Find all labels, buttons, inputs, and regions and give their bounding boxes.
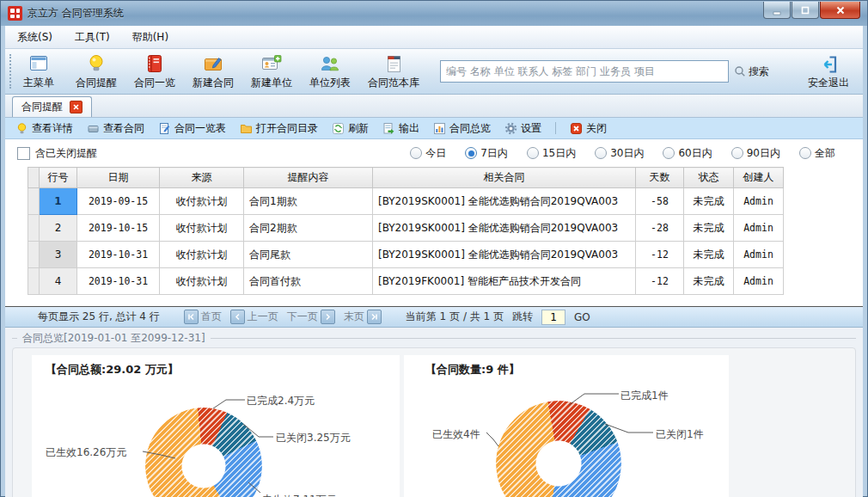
cell-contract[interactable]: [BY2019FK0001] 智能柜产品技术开发合同 [373,268,636,295]
close-button[interactable] [820,2,860,19]
menu-help[interactable]: 帮助(H) [132,30,168,45]
cell-contract[interactable]: [BY2019SK0001] 全能优选购销合同2019QVA003 [373,188,636,215]
radio-30days[interactable]: 30日内 [595,146,644,161]
col-content[interactable]: 提醒内容 [244,168,373,188]
radio-60days[interactable]: 60日内 [663,146,712,161]
cell-date[interactable]: 2019-10-15 [77,215,160,242]
first-page-icon [184,310,199,324]
open-contract-folder-button[interactable]: 打开合同目录 [240,121,318,136]
cell-source[interactable]: 收付款计划 [160,215,244,242]
window-title: 京立方 合同管理系统 [28,6,124,21]
cell-status[interactable]: 未完成 [684,268,734,295]
contract-overview-button[interactable]: 合同总览 [433,121,491,136]
main-menu-button[interactable]: 主菜单 [19,52,58,90]
include-closed-label: 含已关闭提醒 [35,146,97,161]
overview-panel: 【合同总额:29.02 万元】 已完成2.4万元 已关闭3.25万元 已生效16… [12,347,856,497]
radio-15days[interactable]: 15日内 [527,146,576,161]
radio-7days[interactable]: 7日内 [465,146,508,161]
col-days[interactable]: 天数 [636,168,684,188]
include-closed-checkbox[interactable] [17,147,30,160]
view-contract-button[interactable]: 查看合同 [87,121,144,136]
cell-rowno[interactable]: 2 [40,215,77,242]
next-page-button[interactable]: 下一页 [287,310,335,324]
table-row[interactable]: 4 2019-10-31 收付款计划 合同首付款 [BY2019FK0001] … [28,268,784,295]
prev-page-button[interactable]: 上一页 [230,310,278,324]
cell-contract[interactable]: [BY2019SK0001] 全能优选购销合同2019QVA003 [373,215,636,242]
search-input[interactable] [440,60,729,83]
label-closed-count: 已关闭1件 [656,427,704,442]
radio-today[interactable]: 今日 [410,146,446,161]
cell-content[interactable]: 合同2期款 [244,215,373,242]
tab-close-button[interactable] [70,101,83,114]
cell-source[interactable]: 收付款计划 [160,188,244,215]
contract-list-button[interactable]: 合同一览 [134,52,175,90]
go-button[interactable]: GO [574,311,590,323]
cell-contract[interactable]: [BY2019SK0001] 全能优选购销合同2019QVA003 [373,242,636,268]
cell-days[interactable]: -58 [636,188,684,215]
cell-content[interactable]: 合同尾款 [244,242,373,268]
search-box: 搜索 [440,60,769,83]
col-rowno[interactable]: 行号 [40,168,77,188]
col-contract[interactable]: 相关合同 [373,168,636,188]
radio-all[interactable]: 全部 [799,146,835,161]
col-status[interactable]: 状态 [684,168,734,188]
cell-date[interactable]: 2019-10-31 [77,242,160,268]
cell-content[interactable]: 合同1期款 [244,188,373,215]
document-stack-icon [382,52,405,75]
last-page-button[interactable]: 末页 [344,310,382,324]
settings-button[interactable]: 设置 [504,121,541,136]
col-source[interactable]: 来源 [160,168,244,188]
overview-section: 合同总览[2019-01-01 至2099-12-31] 【合同总额:29.02… [5,328,863,497]
tab-contract-reminder[interactable]: 合同提醒 [12,96,92,117]
view-contract-label: 查看合同 [103,121,144,136]
safe-exit-button[interactable]: 安全退出 [808,53,854,90]
jump-page-input[interactable] [541,310,565,325]
contract-table-button[interactable]: 合同一览表 [158,121,226,136]
radio-90days[interactable]: 90日内 [731,146,780,161]
view-details-button[interactable]: 查看详情 [15,121,73,136]
refresh-button[interactable]: 刷新 [332,121,369,136]
count-chart-card: 【合同数量:9 件】 已完成1件 已关闭1件 已生效4件 [404,355,729,497]
cell-source[interactable]: 收付款计划 [160,242,244,268]
first-page-button[interactable]: 首页 [184,310,222,324]
contract-reminder-button[interactable]: 合同提醒 [76,52,117,90]
export-button[interactable]: 输出 [382,121,419,136]
new-contract-button[interactable]: 新建合同 [193,52,234,90]
menu-system[interactable]: 系统(S) [17,30,52,45]
table-row[interactable]: 1 2019-09-15 收付款计划 合同1期款 [BY2019SK0001] … [28,188,784,215]
cell-days[interactable]: -12 [636,242,684,268]
cell-rowno[interactable]: 1 [40,188,77,215]
cell-status[interactable]: 未完成 [684,242,734,268]
new-unit-button[interactable]: 新建单位 [251,52,292,90]
cell-source[interactable]: 收付款计划 [160,268,244,295]
table-row[interactable]: 3 2019-10-31 收付款计划 合同尾款 [BY2019SK0001] 全… [28,242,784,268]
close-tab-button[interactable]: 关闭 [570,121,607,136]
settings-label: 设置 [521,121,541,136]
contract-template-button[interactable]: 合同范本库 [368,52,419,90]
cell-status[interactable]: 未完成 [684,215,734,242]
unit-list-button[interactable]: 单位列表 [309,52,351,90]
col-creator[interactable]: 创建人 [734,168,784,188]
cell-content[interactable]: 合同首付款 [244,268,373,295]
col-date[interactable]: 日期 [77,168,160,188]
cell-creator[interactable]: Admin [734,215,784,242]
maximize-icon [798,3,812,17]
cell-date[interactable]: 2019-09-15 [77,188,160,215]
minimize-button[interactable] [763,2,791,19]
table-row[interactable]: 2 2019-10-15 收付款计划 合同2期款 [BY2019SK0001] … [28,215,784,242]
cell-days[interactable]: -12 [636,268,684,295]
cell-date[interactable]: 2019-10-31 [77,268,160,295]
cell-creator[interactable]: Admin [734,268,784,295]
amount-chart-card: 【合同总额:29.02 万元】 已完成2.4万元 已关闭3.25万元 已生效16… [32,355,400,497]
cell-rowno[interactable]: 3 [40,242,77,268]
cell-creator[interactable]: Admin [734,188,784,215]
cell-rowno[interactable]: 4 [40,268,77,295]
maximize-button[interactable] [792,2,819,19]
contract-template-label: 合同范本库 [368,76,419,90]
cell-status[interactable]: 未完成 [684,188,734,215]
menu-tools[interactable]: 工具(T) [75,30,110,45]
search-button[interactable]: 搜索 [734,64,769,79]
close-tab-label: 关闭 [586,121,607,136]
cell-creator[interactable]: Admin [734,242,784,268]
cell-days[interactable]: -28 [636,215,684,242]
